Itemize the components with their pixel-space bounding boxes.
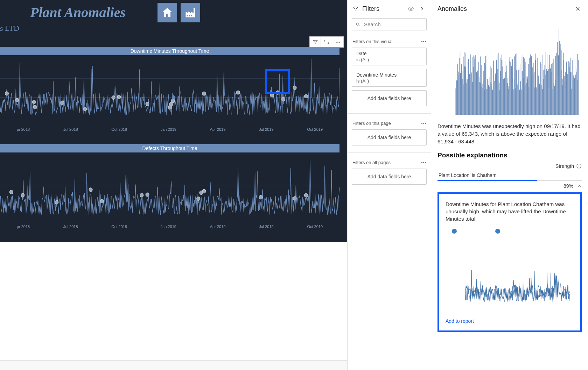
svg-rect-84: [478, 61, 478, 115]
filter-dropzone-all[interactable]: Add data fields here: [352, 169, 427, 185]
svg-rect-234: [549, 88, 549, 115]
collapse-filters-button[interactable]: [418, 5, 426, 13]
svg-rect-87: [479, 82, 479, 115]
svg-rect-96: [483, 71, 484, 115]
svg-rect-58: [465, 67, 466, 115]
svg-rect-281: [571, 72, 571, 115]
svg-rect-162: [515, 79, 515, 115]
svg-rect-232: [548, 76, 548, 115]
page-tabs[interactable]: [0, 360, 347, 370]
svg-rect-171: [519, 68, 519, 115]
section-more-button[interactable]: [421, 41, 426, 42]
svg-rect-291: [576, 56, 576, 115]
svg-rect-259: [561, 49, 561, 115]
svg-rect-176: [521, 90, 522, 115]
filter-dropzone-visual[interactable]: Add data fields here: [352, 90, 427, 106]
svg-rect-191: [528, 64, 529, 115]
svg-rect-37: [456, 88, 456, 115]
svg-rect-89: [480, 56, 481, 115]
svg-rect-72: [472, 82, 472, 115]
more-options-button[interactable]: [332, 37, 343, 47]
add-to-report-link[interactable]: Add to report: [446, 318, 474, 324]
x-axis-labels: pr 2018 Jul 2018 Oct 2018 Jan 2019 Apr 2…: [0, 225, 340, 229]
svg-rect-139: [504, 65, 504, 115]
downtime-chart[interactable]: Downtime Minutes Throughout Time pr 2018…: [0, 47, 340, 134]
svg-rect-122: [496, 77, 496, 115]
filter-card-date[interactable]: Date is (All): [352, 48, 427, 65]
svg-rect-135: [502, 60, 502, 115]
svg-rect-47: [460, 73, 461, 115]
svg-rect-181: [524, 78, 524, 115]
svg-rect-173: [520, 64, 520, 115]
factory-button[interactable]: [181, 3, 200, 22]
svg-rect-276: [569, 62, 569, 115]
svg-rect-221: [542, 55, 543, 115]
svg-rect-75: [474, 67, 474, 115]
svg-rect-245: [554, 85, 554, 115]
filter-dropzone-page[interactable]: Add data fields here: [352, 129, 427, 145]
svg-rect-154: [511, 57, 511, 115]
svg-rect-153: [510, 62, 511, 115]
svg-rect-228: [546, 71, 546, 115]
svg-rect-48: [461, 52, 461, 115]
svg-rect-88: [479, 77, 480, 115]
svg-rect-115: [492, 90, 493, 115]
svg-rect-278: [569, 67, 570, 115]
svg-rect-77: [475, 59, 475, 115]
svg-point-20: [304, 94, 308, 98]
filters-pane: Filters Filters on this visual Date is (…: [347, 0, 431, 370]
svg-rect-252: [557, 42, 558, 115]
anomaly-description: Downtime Minutes was unexpectedly high o…: [438, 122, 582, 145]
svg-rect-119: [494, 81, 495, 115]
svg-rect-253: [558, 76, 558, 115]
show-filters-button[interactable]: [407, 5, 415, 13]
svg-rect-150: [509, 57, 509, 115]
svg-rect-179: [523, 55, 523, 115]
svg-rect-168: [518, 84, 518, 115]
svg-point-29: [197, 197, 200, 200]
svg-rect-205: [535, 60, 536, 115]
svg-rect-201: [533, 63, 533, 115]
svg-rect-41: [457, 64, 458, 115]
svg-rect-273: [567, 74, 568, 115]
svg-rect-92: [482, 86, 482, 115]
filter-card-downtime[interactable]: Downtime Minutes is (All): [352, 69, 427, 87]
chevron-up-icon[interactable]: [577, 184, 582, 188]
svg-rect-198: [532, 77, 532, 115]
svg-rect-190: [528, 87, 528, 115]
svg-rect-251: [557, 76, 557, 115]
close-anomalies-button[interactable]: [574, 5, 582, 13]
svg-rect-145: [507, 71, 507, 115]
svg-rect-137: [503, 72, 503, 115]
anomaly-minimap[interactable]: [438, 17, 582, 118]
svg-point-19: [293, 86, 296, 90]
svg-rect-107: [489, 80, 489, 115]
defects-chart[interactable]: Defects Throughout Time pr 2018 Jul 2018…: [0, 144, 340, 232]
svg-rect-39: [456, 80, 457, 115]
filter-search[interactable]: [352, 18, 427, 30]
explanation-chart[interactable]: [446, 237, 574, 314]
filter-search-input[interactable]: [364, 21, 423, 27]
svg-rect-264: [563, 60, 563, 115]
filter-visual-button[interactable]: [310, 37, 321, 47]
svg-rect-118: [494, 79, 494, 115]
info-icon[interactable]: [576, 163, 582, 169]
section-more-button[interactable]: [421, 123, 426, 124]
svg-rect-214: [539, 84, 540, 115]
explanation-label: 'Plant Location' is Chatham: [438, 172, 582, 178]
svg-rect-270: [566, 86, 566, 115]
svg-rect-102: [486, 89, 486, 115]
svg-rect-147: [507, 78, 508, 115]
svg-rect-288: [574, 78, 575, 115]
svg-rect-161: [514, 56, 514, 115]
svg-rect-78: [475, 56, 475, 115]
section-more-button[interactable]: [421, 162, 426, 163]
svg-rect-243: [553, 83, 553, 115]
svg-rect-215: [540, 61, 540, 115]
svg-rect-59: [466, 79, 466, 115]
focus-mode-button[interactable]: [321, 37, 332, 47]
legend-dots: [446, 229, 574, 234]
home-button[interactable]: [158, 3, 177, 22]
svg-rect-224: [544, 70, 544, 115]
svg-rect-268: [565, 88, 565, 115]
